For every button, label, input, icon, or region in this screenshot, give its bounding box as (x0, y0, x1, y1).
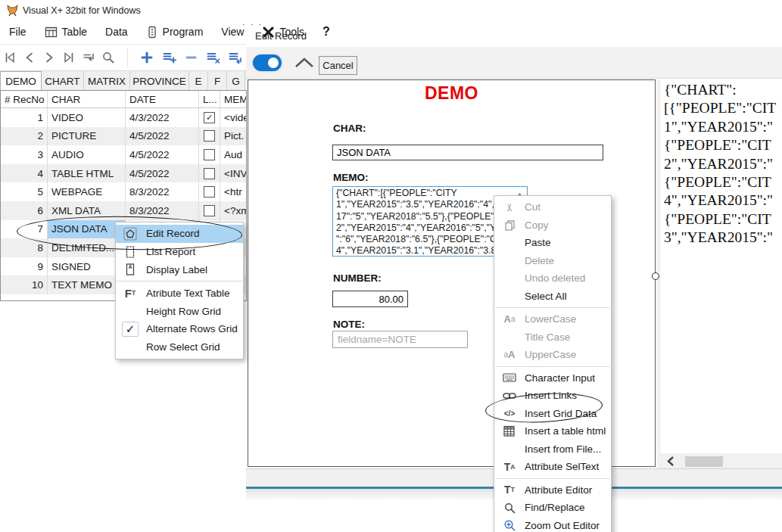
cell-char[interactable]: TABLE HTML (48, 164, 126, 183)
last-record-button[interactable] (60, 48, 78, 67)
grid-row-3[interactable]: 3AUDIO4/5/2022Aud (1, 145, 246, 164)
cell-date[interactable]: 4/5/2022 (126, 164, 199, 183)
cell-logical[interactable] (199, 164, 220, 183)
checkbox-unchecked[interactable] (204, 130, 215, 142)
menu-item-paste[interactable]: Paste (494, 234, 611, 252)
grid-col-char[interactable]: CHAR (48, 91, 126, 107)
search-button[interactable] (99, 48, 117, 67)
menu-item-undo-deleted[interactable]: Undo deleted (494, 269, 611, 288)
cell-memo[interactable]: <INV (220, 164, 246, 183)
edit-mode-toggle[interactable] (253, 54, 282, 71)
cell-logical[interactable] (199, 127, 220, 146)
cell-logical[interactable] (199, 182, 220, 201)
first-record-button[interactable] (1, 48, 19, 67)
cell-recno[interactable]: 5 (1, 182, 48, 201)
cell-memo[interactable]: Aud (220, 145, 246, 164)
cell-logical[interactable] (199, 201, 220, 220)
menubar-item-file[interactable]: File (0, 23, 36, 41)
goto-record-button[interactable] (79, 48, 98, 67)
menu-item-select-all[interactable]: Select All (494, 288, 611, 306)
checkbox-unchecked[interactable] (204, 149, 215, 160)
cell-recno[interactable]: 1 (1, 108, 48, 127)
cell-date[interactable]: 4/5/2022 (126, 127, 199, 146)
menu-item-character-input[interactable]: Character Input (494, 369, 611, 387)
cell-char[interactable]: AUDIO (48, 145, 126, 164)
menu-item-display-label[interactable]: ADisplay Label (116, 261, 243, 279)
cell-char[interactable]: TEXT MEMO (48, 275, 126, 294)
menu-item-alternate-rows-grid[interactable]: ✓Alternate Rows Grid (116, 320, 243, 338)
menu-item-zoom-out-editor[interactable]: Zoom Out Editor (494, 517, 611, 532)
menu-item-attribute-seltext[interactable]: TAAttribute SelText (494, 458, 611, 476)
checkbox-checked[interactable]: ✓ (204, 112, 215, 123)
next-record-button[interactable] (40, 48, 58, 67)
cell-recno[interactable]: 4 (1, 164, 48, 183)
cell-recno[interactable]: 3 (1, 145, 48, 164)
grid-row-4[interactable]: 4TABLE HTML4/5/2022<INV (1, 164, 246, 183)
menubar-item-data[interactable]: Data (96, 23, 137, 41)
tab-e[interactable]: E (189, 71, 208, 91)
menubar-item-program[interactable]: Program (137, 23, 213, 42)
menu-item-uppercase[interactable]: aAUpperCase (494, 346, 611, 364)
cell-char[interactable]: PICTURE (48, 127, 126, 146)
cell-recno[interactable]: 10 (1, 275, 48, 294)
cell-memo[interactable]: Pict. (220, 127, 246, 146)
char-input[interactable] (332, 145, 603, 160)
grid-col-l[interactable]: L... (199, 91, 220, 107)
cell-logical[interactable] (199, 145, 220, 164)
grid-col-recno[interactable]: # RecNo (1, 91, 48, 107)
cell-memo[interactable]: <vide (220, 108, 246, 127)
menu-item-cut[interactable]: ✂Cut (494, 198, 611, 216)
grid-row-1[interactable]: 1VIDEO4/3/2022✓<vide (1, 108, 246, 127)
previous-record-button[interactable] (20, 48, 39, 67)
horizontal-scrollbar[interactable] (660, 453, 782, 470)
cell-recno[interactable]: 9 (1, 257, 48, 276)
menu-item-atribute-text-table[interactable]: FTAtribute Text Table (116, 284, 243, 302)
cancel-button[interactable]: Cancel (319, 56, 357, 75)
menu-item-delete[interactable]: Delete (494, 252, 611, 270)
add-record-button[interactable] (138, 48, 156, 67)
tab-matrix[interactable]: MATRIX (84, 71, 130, 91)
cell-recno[interactable]: 2 (1, 127, 48, 146)
cell-recno[interactable]: 6 (1, 201, 48, 220)
cell-memo[interactable]: <?xm (220, 201, 246, 220)
cell-date[interactable]: 4/5/2022 (126, 145, 199, 164)
menu-item-find-replace[interactable]: Find/Replace (494, 499, 611, 517)
checkbox-unchecked[interactable] (204, 168, 215, 179)
commit-record-button[interactable] (226, 48, 244, 67)
append-record-button[interactable] (160, 48, 178, 67)
menu-item-insert-from-file[interactable]: Insert from File... (494, 440, 611, 459)
delete-record-list-button[interactable] (204, 48, 222, 67)
menu-overflow-dots[interactable]: · · · (242, 20, 263, 29)
collapse-chevron-icon[interactable] (294, 57, 315, 72)
cell-char[interactable]: SIGNED (48, 257, 126, 276)
tab-demo[interactable]: DEMO (0, 71, 42, 91)
menubar-item-table[interactable]: Table (36, 23, 96, 42)
remove-record-button[interactable] (182, 48, 200, 67)
menu-item-copy[interactable]: Copy (494, 216, 611, 235)
splitter-handle[interactable] (652, 272, 659, 280)
tab-chart[interactable]: CHART (42, 71, 84, 91)
cell-date[interactable]: 4/3/2022 (126, 108, 199, 127)
cell-memo[interactable]: <htr (220, 182, 246, 201)
menu-item-attribute-editor[interactable]: TTAttribute Editor (494, 481, 611, 499)
checkbox-unchecked[interactable] (204, 205, 215, 216)
menu-item-height-row-grid[interactable]: Height Row Grid (116, 302, 243, 320)
number-input[interactable] (332, 291, 408, 307)
tab-province[interactable]: PROVINCE (130, 71, 189, 91)
tab-g[interactable]: G (227, 71, 245, 91)
grid-row-2[interactable]: 2PICTURE4/5/2022Pict. (1, 127, 246, 146)
cell-date[interactable]: 8/3/2022 (126, 182, 199, 201)
cell-char[interactable]: WEBPAGE (48, 182, 126, 201)
cell-logical[interactable]: ✓ (199, 108, 220, 127)
menubar-item-[interactable]: ? (313, 22, 339, 42)
grid-col-mem[interactable]: MEM (220, 91, 246, 107)
menu-item-title-case[interactable]: Title Case (494, 328, 611, 347)
menu-item-row-select-grid[interactable]: Row Select Grid (116, 338, 243, 356)
checkbox-unchecked[interactable] (204, 186, 215, 198)
scrollbar-thumb[interactable] (685, 456, 723, 467)
menu-item-insert-a-table-html[interactable]: Insert a table html (494, 422, 611, 440)
tab-f[interactable]: F (208, 71, 227, 91)
menu-item-lowercase[interactable]: AaLowerCase (494, 310, 611, 328)
grid-row-5[interactable]: 5WEBPAGE8/3/2022<htr (1, 182, 246, 201)
cell-char[interactable]: VIDEO (48, 108, 126, 127)
